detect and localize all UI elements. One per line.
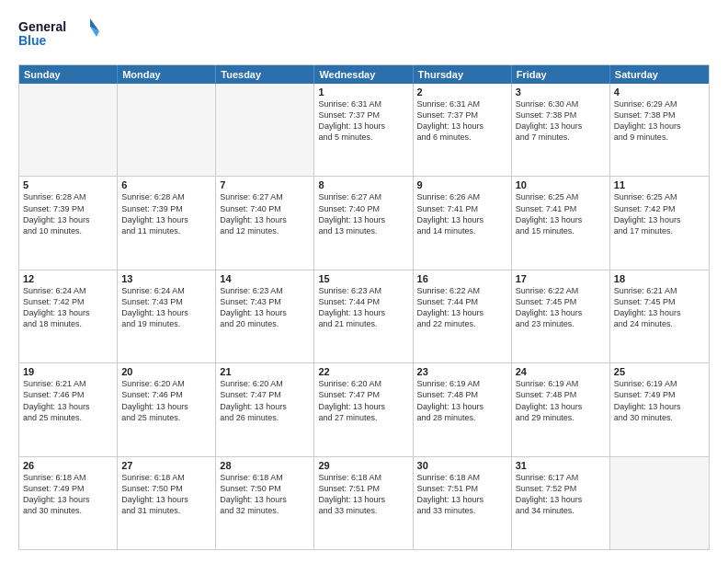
day-number: 1 — [318, 86, 408, 98]
cell-info-line: and 18 minutes. — [23, 318, 113, 329]
day-cell-29: 29Sunrise: 6:18 AMSunset: 7:51 PMDayligh… — [314, 457, 413, 549]
day-number: 8 — [318, 179, 408, 190]
day-number: 17 — [516, 273, 606, 284]
day-number: 5 — [23, 179, 113, 190]
day-number: 14 — [220, 273, 310, 284]
cell-info-line: Sunset: 7:45 PM — [516, 296, 606, 307]
cell-info-line: Daylight: 13 hours — [220, 307, 310, 318]
cell-info-line: Daylight: 13 hours — [417, 121, 507, 132]
cell-info-line: Sunset: 7:52 PM — [516, 483, 606, 494]
cell-info-line: and 7 minutes. — [516, 132, 606, 143]
cell-info-line: Sunset: 7:47 PM — [318, 389, 408, 400]
cell-info-line: and 24 minutes. — [614, 318, 705, 329]
cell-info-line: Sunset: 7:45 PM — [614, 296, 705, 307]
cell-info-line: Sunset: 7:41 PM — [417, 203, 507, 214]
cell-info-line: Daylight: 13 hours — [516, 494, 606, 505]
day-number: 7 — [220, 179, 310, 190]
cell-info-line: Sunset: 7:37 PM — [318, 109, 408, 121]
cell-info-line: and 23 minutes. — [516, 318, 606, 329]
cell-info-line: Daylight: 13 hours — [121, 214, 211, 225]
day-cell-3: 3Sunrise: 6:30 AMSunset: 7:38 PMDaylight… — [512, 84, 610, 176]
cell-info-line: and 14 minutes. — [417, 225, 507, 236]
day-number: 21 — [220, 366, 310, 377]
cell-info-line: and 27 minutes. — [318, 412, 408, 423]
day-number: 27 — [121, 460, 211, 471]
cell-info-line: and 22 minutes. — [417, 318, 507, 329]
cell-info-line: Daylight: 13 hours — [23, 494, 113, 505]
day-cell-13: 13Sunrise: 6:24 AMSunset: 7:43 PMDayligh… — [118, 270, 216, 362]
cell-info-line: Sunset: 7:47 PM — [220, 389, 310, 400]
calendar-header-row: SundayMondayTuesdayWednesdayThursdayFrid… — [19, 65, 709, 84]
cell-info-line: Daylight: 13 hours — [121, 401, 211, 412]
cell-info-line: Sunrise: 6:19 AM — [516, 378, 606, 389]
cell-info-line: Daylight: 13 hours — [614, 214, 705, 225]
day-cell-23: 23Sunrise: 6:19 AMSunset: 7:48 PMDayligh… — [414, 363, 512, 455]
cell-info-line: and 32 minutes. — [220, 505, 310, 516]
empty-cell — [19, 84, 118, 176]
day-cell-24: 24Sunrise: 6:19 AMSunset: 7:48 PMDayligh… — [512, 363, 610, 455]
cell-info-line: Daylight: 13 hours — [220, 401, 310, 412]
cell-info-line: and 34 minutes. — [516, 505, 606, 516]
cell-info-line: Sunrise: 6:24 AM — [121, 285, 211, 296]
empty-cell — [610, 457, 709, 549]
day-number: 10 — [516, 179, 606, 190]
day-number: 16 — [417, 273, 507, 284]
day-cell-27: 27Sunrise: 6:18 AMSunset: 7:50 PMDayligh… — [118, 457, 216, 549]
cell-info-line: Sunrise: 6:19 AM — [614, 378, 705, 389]
day-number: 13 — [121, 273, 211, 284]
cell-info-line: Daylight: 13 hours — [318, 121, 408, 132]
cell-info-line: Sunset: 7:44 PM — [318, 296, 408, 307]
cell-info-line: Sunrise: 6:18 AM — [23, 472, 113, 483]
cell-info-line: Sunset: 7:41 PM — [516, 203, 606, 214]
cell-info-line: Sunrise: 6:17 AM — [516, 472, 606, 483]
cell-info-line: and 28 minutes. — [417, 412, 507, 423]
cell-info-line: Daylight: 13 hours — [614, 121, 705, 132]
cell-info-line: Sunrise: 6:18 AM — [318, 472, 408, 483]
day-number: 29 — [318, 460, 408, 471]
cell-info-line: and 25 minutes. — [23, 412, 113, 423]
cell-info-line: and 20 minutes. — [220, 318, 310, 329]
week-row-3: 12Sunrise: 6:24 AMSunset: 7:42 PMDayligh… — [19, 270, 709, 363]
calendar: SundayMondayTuesdayWednesdayThursdayFrid… — [18, 64, 710, 550]
cell-info-line: Daylight: 13 hours — [417, 214, 507, 225]
cell-info-line: Sunset: 7:40 PM — [220, 203, 310, 214]
day-cell-9: 9Sunrise: 6:26 AMSunset: 7:41 PMDaylight… — [414, 177, 512, 269]
day-cell-11: 11Sunrise: 6:25 AMSunset: 7:42 PMDayligh… — [610, 177, 709, 269]
day-number: 22 — [318, 366, 408, 377]
day-cell-16: 16Sunrise: 6:22 AMSunset: 7:44 PMDayligh… — [414, 270, 512, 362]
cell-info-line: Sunrise: 6:23 AM — [220, 285, 310, 296]
cell-info-line: Sunset: 7:43 PM — [220, 296, 310, 307]
day-header-wednesday: Wednesday — [314, 65, 413, 84]
cell-info-line: Daylight: 13 hours — [516, 214, 606, 225]
cell-info-line: and 31 minutes. — [121, 505, 211, 516]
day-cell-1: 1Sunrise: 6:31 AMSunset: 7:37 PMDaylight… — [314, 84, 413, 176]
cell-info-line: Sunset: 7:51 PM — [318, 483, 408, 494]
cell-info-line: Sunset: 7:38 PM — [516, 109, 606, 121]
day-cell-30: 30Sunrise: 6:18 AMSunset: 7:51 PMDayligh… — [414, 457, 512, 549]
day-cell-17: 17Sunrise: 6:22 AMSunset: 7:45 PMDayligh… — [512, 270, 610, 362]
cell-info-line: Sunset: 7:38 PM — [614, 109, 705, 121]
day-number: 12 — [23, 273, 113, 284]
cell-info-line: Daylight: 13 hours — [318, 307, 408, 318]
cell-info-line: Sunrise: 6:27 AM — [220, 191, 310, 202]
day-number: 23 — [417, 366, 507, 377]
cell-info-line: Sunrise: 6:26 AM — [417, 191, 507, 202]
cell-info-line: and 15 minutes. — [516, 225, 606, 236]
day-number: 20 — [121, 366, 211, 377]
day-number: 28 — [220, 460, 310, 471]
cell-info-line: Sunset: 7:51 PM — [417, 483, 507, 494]
day-number: 3 — [516, 86, 606, 98]
cell-info-line: and 33 minutes. — [318, 505, 408, 516]
cell-info-line: Sunset: 7:48 PM — [417, 389, 507, 400]
day-cell-31: 31Sunrise: 6:17 AMSunset: 7:52 PMDayligh… — [512, 457, 610, 549]
day-number: 30 — [417, 460, 507, 471]
cell-info-line: and 30 minutes. — [23, 505, 113, 516]
cell-info-line: Sunset: 7:39 PM — [121, 203, 211, 214]
cell-info-line: and 19 minutes. — [121, 318, 211, 329]
cell-info-line: Daylight: 13 hours — [318, 401, 408, 412]
day-cell-12: 12Sunrise: 6:24 AMSunset: 7:42 PMDayligh… — [19, 270, 118, 362]
cell-info-line: Sunset: 7:42 PM — [23, 296, 113, 307]
cell-info-line: Sunrise: 6:18 AM — [121, 472, 211, 483]
cell-info-line: Sunrise: 6:18 AM — [220, 472, 310, 483]
header: General Blue — [18, 17, 710, 55]
